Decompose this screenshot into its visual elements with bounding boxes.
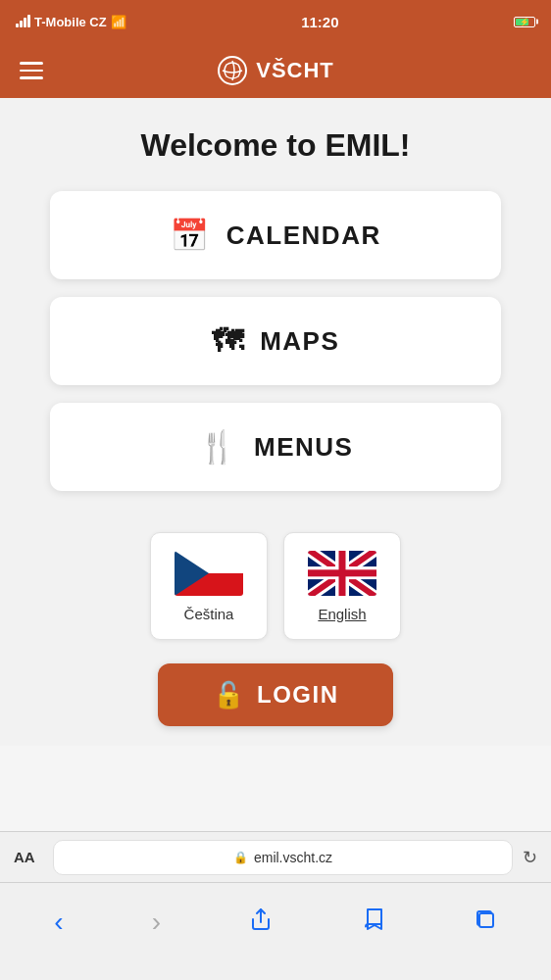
svg-rect-3 <box>479 913 493 927</box>
welcome-title: Welcome to EMIL! <box>141 127 411 164</box>
browser-address-bar: AA 🔒 emil.vscht.cz ↻ <box>0 831 551 882</box>
maps-icon: 🗺 <box>212 323 245 360</box>
login-button[interactable]: 🔓 LOGIN <box>158 663 393 726</box>
language-card-cs[interactable]: Čeština <box>150 532 268 640</box>
clock: 11:20 <box>301 14 338 30</box>
calendar-label: CALENDAR <box>226 220 381 251</box>
login-label: LOGIN <box>257 681 339 709</box>
signal-icon <box>16 16 30 27</box>
hamburger-line-1 <box>20 62 43 65</box>
secure-icon: 🔒 <box>233 851 248 864</box>
czech-label: Čeština <box>184 606 234 622</box>
share-button[interactable] <box>233 900 288 945</box>
url-text: emil.vscht.cz <box>254 850 332 865</box>
tabs-button[interactable] <box>458 900 513 945</box>
forward-button[interactable]: › <box>136 899 176 946</box>
back-button[interactable]: ‹ <box>38 899 78 946</box>
maps-button[interactable]: 🗺 MAPS <box>50 297 501 385</box>
menus-button[interactable]: 🍴 MENUS <box>50 403 501 491</box>
battery-icon: ⚡ <box>514 17 535 27</box>
lock-icon: 🔓 <box>213 680 246 710</box>
hamburger-line-2 <box>20 70 43 73</box>
language-section: Čeština English <box>150 532 401 640</box>
url-bar[interactable]: 🔒 emil.vscht.cz <box>53 840 513 875</box>
calendar-icon: 📅 <box>170 217 211 254</box>
bottom-nav: ‹ › <box>0 882 551 980</box>
header-logo: VŠCHT <box>217 55 334 86</box>
hamburger-line-3 <box>20 76 43 79</box>
main-content: Welcome to EMIL! 📅 CALENDAR 🗺 MAPS 🍴 MEN… <box>0 98 551 746</box>
uk-flag <box>308 551 376 596</box>
vscht-logo-icon <box>217 55 248 86</box>
language-card-en[interactable]: English <box>283 532 401 640</box>
hamburger-menu-button[interactable] <box>16 58 47 83</box>
header-title: VŠCHT <box>256 58 334 83</box>
battery-info: ⚡ <box>514 17 535 27</box>
header-nav: VŠCHT <box>0 43 551 98</box>
calendar-button[interactable]: 📅 CALENDAR <box>50 191 501 279</box>
bookmarks-button[interactable] <box>346 900 401 945</box>
menus-label: MENUS <box>254 432 353 463</box>
maps-label: MAPS <box>260 326 339 357</box>
status-bar: T-Mobile CZ 📶 11:20 ⚡ <box>0 0 551 43</box>
menus-icon: 🍴 <box>198 428 239 466</box>
font-size-control[interactable]: AA <box>14 849 43 865</box>
english-label: English <box>318 606 366 622</box>
wifi-icon: 📶 <box>111 15 126 29</box>
carrier-label: T-Mobile CZ <box>34 15 107 29</box>
czech-flag <box>175 551 243 596</box>
refresh-button[interactable]: ↻ <box>523 847 537 868</box>
carrier-info: T-Mobile CZ 📶 <box>16 15 126 29</box>
